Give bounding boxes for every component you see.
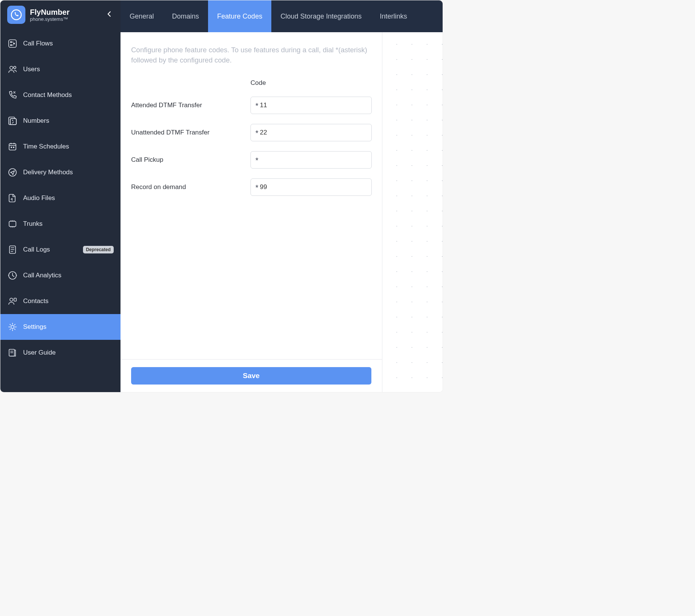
guide-icon bbox=[7, 348, 18, 358]
sidebar-item-time-schedules[interactable]: Time Schedules bbox=[0, 134, 121, 159]
page-description: Configure phone feature codes. To use fe… bbox=[131, 45, 371, 66]
calendar-icon bbox=[7, 142, 18, 152]
sidebar-item-label: Time Schedules bbox=[23, 143, 114, 150]
numbers-icon bbox=[7, 116, 18, 126]
code-field-attended-transfer[interactable]: * bbox=[250, 97, 372, 114]
log-icon bbox=[7, 245, 18, 255]
tab-cloud-storage-integrations[interactable]: Cloud Storage Integrations bbox=[271, 0, 371, 32]
save-button[interactable]: Save bbox=[131, 367, 371, 385]
row-label-record-on-demand: Record on demand bbox=[131, 183, 250, 191]
code-input-call-pickup[interactable] bbox=[260, 156, 367, 164]
footer-bar: Save bbox=[121, 359, 382, 392]
gear-icon bbox=[7, 322, 18, 332]
code-field-record-on-demand[interactable]: * bbox=[250, 178, 372, 196]
code-field-call-pickup[interactable]: * bbox=[250, 151, 372, 169]
svg-point-6 bbox=[14, 66, 16, 69]
svg-point-12 bbox=[13, 147, 14, 148]
svg-point-5 bbox=[10, 66, 13, 69]
sidebar-item-call-flows[interactable]: Call Flows bbox=[0, 31, 121, 56]
phone-forward-icon bbox=[7, 90, 18, 100]
app-root: FlyNumber phone.systems™ Call Flows User… bbox=[0, 0, 443, 392]
content: Configure phone feature codes. To use fe… bbox=[121, 32, 382, 392]
contacts-icon bbox=[7, 296, 18, 306]
svg-rect-14 bbox=[9, 221, 16, 227]
content-wrapper: Configure phone feature codes. To use fe… bbox=[121, 32, 443, 392]
asterisk-prefix: * bbox=[255, 102, 258, 110]
tab-domains[interactable]: Domains bbox=[163, 0, 208, 32]
row-label-attended-transfer: Attended DTMF Transfer bbox=[131, 102, 250, 109]
sidebar-item-label: Call Logs bbox=[23, 246, 78, 253]
code-input-unattended-transfer[interactable] bbox=[260, 129, 367, 136]
svg-point-13 bbox=[9, 169, 16, 176]
sidebar-item-label: Contact Methods bbox=[23, 91, 114, 99]
trunk-icon bbox=[7, 219, 18, 229]
sidebar-header: FlyNumber phone.systems™ bbox=[0, 0, 121, 28]
deprecated-badge: Deprecated bbox=[83, 246, 114, 253]
analytics-icon bbox=[7, 270, 18, 280]
right-dotted-panel bbox=[382, 32, 443, 392]
asterisk-prefix: * bbox=[255, 183, 258, 192]
sidebar-item-delivery-methods[interactable]: Delivery Methods bbox=[0, 159, 121, 185]
svg-rect-18 bbox=[14, 298, 16, 301]
main-area: General Domains Feature Codes Cloud Stor… bbox=[121, 0, 443, 392]
audio-file-icon bbox=[7, 193, 18, 203]
svg-rect-10 bbox=[9, 144, 16, 150]
tab-general[interactable]: General bbox=[121, 0, 163, 32]
sidebar-item-numbers[interactable]: Numbers bbox=[0, 108, 121, 134]
svg-point-17 bbox=[10, 298, 13, 301]
svg-point-11 bbox=[11, 147, 12, 148]
sidebar-item-user-guide[interactable]: User Guide bbox=[0, 340, 121, 366]
tab-feature-codes[interactable]: Feature Codes bbox=[208, 0, 271, 32]
sidebar-item-contact-methods[interactable]: Contact Methods bbox=[0, 82, 121, 108]
svg-rect-1 bbox=[9, 40, 16, 47]
send-icon bbox=[7, 167, 18, 177]
brand-logo-icon bbox=[7, 6, 25, 24]
tab-interlinks[interactable]: Interlinks bbox=[371, 0, 416, 32]
code-input-attended-transfer[interactable] bbox=[260, 102, 367, 109]
sidebar-item-label: Delivery Methods bbox=[23, 169, 114, 176]
code-column-header: Code bbox=[250, 79, 372, 87]
svg-point-3 bbox=[14, 43, 15, 44]
flow-icon bbox=[7, 39, 18, 48]
asterisk-prefix: * bbox=[255, 129, 258, 138]
brand-title: FlyNumber bbox=[30, 8, 99, 16]
feature-codes-form: Code Attended DTMF Transfer * Unattended… bbox=[131, 79, 371, 196]
code-input-record-on-demand[interactable] bbox=[260, 183, 367, 191]
sidebar-item-label: Trunks bbox=[23, 220, 114, 228]
tabs-bar: General Domains Feature Codes Cloud Stor… bbox=[121, 0, 443, 32]
sidebar-item-label: Settings bbox=[23, 323, 114, 331]
sidebar-item-settings[interactable]: Settings bbox=[0, 314, 121, 340]
sidebar-item-call-logs[interactable]: Call Logs Deprecated bbox=[0, 237, 121, 263]
sidebar-item-users[interactable]: Users bbox=[0, 56, 121, 82]
sidebar-item-label: Audio Files bbox=[23, 194, 114, 202]
sidebar: FlyNumber phone.systems™ Call Flows User… bbox=[0, 0, 121, 392]
svg-rect-8 bbox=[10, 119, 16, 125]
sidebar-nav: Call Flows Users Contact Methods Numbers bbox=[0, 28, 121, 392]
sidebar-item-label: Call Analytics bbox=[23, 272, 114, 279]
sidebar-item-label: Call Flows bbox=[23, 40, 114, 47]
row-label-unattended-transfer: Unattended DTMF Transfer bbox=[131, 129, 250, 136]
sidebar-collapse-button[interactable] bbox=[104, 11, 114, 19]
sidebar-item-label: Numbers bbox=[23, 117, 114, 125]
svg-point-19 bbox=[11, 325, 14, 328]
sidebar-item-call-analytics[interactable]: Call Analytics bbox=[0, 263, 121, 288]
sidebar-item-contacts[interactable]: Contacts bbox=[0, 288, 121, 314]
sidebar-item-audio-files[interactable]: Audio Files bbox=[0, 185, 121, 211]
sidebar-item-label: Users bbox=[23, 66, 114, 73]
brand-text: FlyNumber phone.systems™ bbox=[30, 8, 99, 22]
users-icon bbox=[7, 64, 18, 74]
sidebar-item-label: Contacts bbox=[23, 297, 114, 305]
asterisk-prefix: * bbox=[255, 156, 258, 165]
brand-subtitle: phone.systems™ bbox=[30, 16, 99, 22]
sidebar-item-trunks[interactable]: Trunks bbox=[0, 211, 121, 237]
sidebar-item-label: User Guide bbox=[23, 349, 114, 356]
code-field-unattended-transfer[interactable]: * bbox=[250, 124, 372, 141]
row-label-call-pickup: Call Pickup bbox=[131, 156, 250, 164]
